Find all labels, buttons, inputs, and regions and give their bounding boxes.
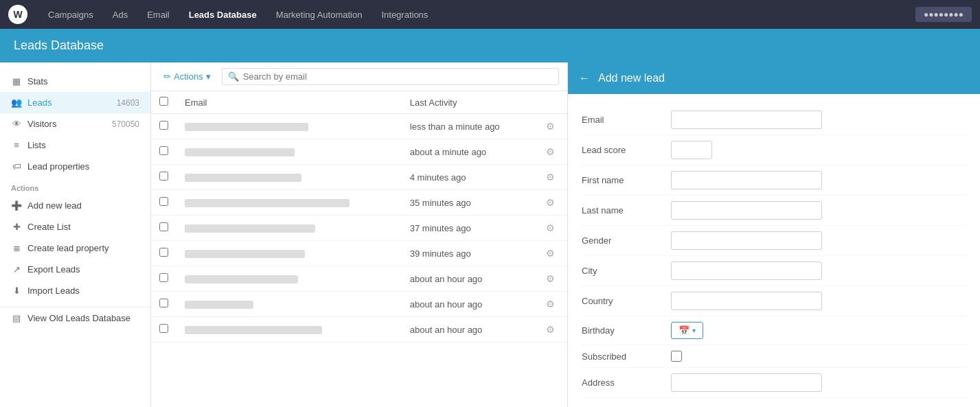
row-checkbox[interactable] [159,197,168,206]
form-input-email[interactable] [671,111,822,129]
sidebar-leads-label: Leads [27,97,52,108]
row-gear-button[interactable]: ⚙ [542,272,559,286]
table-row: about a minute ago ⚙ [151,139,567,165]
actions-button[interactable]: ✏ Actions ▾ [159,69,215,84]
sidebar-create-list-label: Create List [27,222,71,232]
pencil-icon: ✏ [163,71,171,82]
birthday-picker-button[interactable]: 📅 ▾ [671,322,703,339]
gear-cell: ⚙ [534,216,567,241]
search-input[interactable] [243,71,553,82]
form-label-country: Country [582,296,664,306]
export-icon: ↗ [11,264,22,275]
form-input-first_name[interactable] [671,171,822,189]
gear-cell: ⚙ [534,266,567,292]
form-input-last_name[interactable] [671,201,822,220]
sidebar-view-old-label: View Old Leads Database [27,313,130,323]
back-arrow-icon[interactable]: ← [579,72,590,84]
row-checkbox[interactable] [159,121,168,130]
nav-leads-database[interactable]: Leads Database [179,0,266,29]
sidebar-item-stats[interactable]: ▦ Stats [0,71,150,92]
form-row-gender: Gender [582,226,966,256]
blurred-email [185,326,322,334]
email-column-header: Email [176,91,402,114]
sidebar-item-add-new-lead[interactable]: ➕ Add new lead [0,195,150,216]
table-row: less than a minute ago ⚙ [151,114,567,139]
nav-marketing-automation[interactable]: Marketing Automation [266,0,372,29]
form-row-last_name: Last name [582,196,966,226]
bar-chart-icon: ▦ [11,76,22,86]
database-icon: ▤ [11,313,22,323]
visitors-count-badge: 570050 [112,119,139,129]
form-label-email: Email [582,115,664,125]
sidebar-item-leads[interactable]: 👥 Leads 14603 [0,92,150,113]
blurred-email [185,174,301,182]
add-lead-title: Add new lead [598,72,665,84]
email-cell [176,241,402,266]
people-icon: 👥 [11,97,22,108]
sidebar-item-create-list[interactable]: ✚ Create List [0,216,150,237]
nav-links: Campaigns Ads Email Leads Database Marke… [38,0,437,29]
add-lead-header: ← Add new lead [568,62,980,94]
sidebar-item-export-leads[interactable]: ↗ Export Leads [0,259,150,280]
blurred-email [185,224,315,233]
form-input-country[interactable] [671,292,822,310]
last-activity-cell: about an hour ago [402,292,534,317]
nav-email[interactable]: Email [137,0,179,29]
page-header: Leads Database [0,29,980,62]
add-lead-panel: ← Add new lead EmailLead scoreFirst name… [568,62,980,407]
blurred-email [185,123,308,131]
row-gear-button[interactable]: ⚙ [542,221,559,235]
sidebar-item-view-old[interactable]: ▤ View Old Leads Database [0,307,150,329]
last-activity-column-header: Last Activity [402,91,534,114]
sidebar-item-lists[interactable]: ≡ Lists [0,135,150,156]
user-area[interactable]: ●●●●●●●● [915,7,972,22]
row-checkbox-cell [151,190,176,216]
form-input-city[interactable] [671,261,822,280]
row-checkbox[interactable] [159,172,168,181]
table-row: about an hour ago ⚙ [151,317,567,342]
row-checkbox[interactable] [159,324,168,333]
form-row-address: Address [582,368,966,398]
gear-cell: ⚙ [534,292,567,317]
row-checkbox[interactable] [159,248,168,257]
sidebar-item-create-lead-property[interactable]: ≣ Create lead property [0,237,150,259]
gear-cell: ⚙ [534,190,567,216]
last-activity-cell: 39 minutes ago [402,241,534,266]
import-icon: ⬇ [11,286,22,296]
row-gear-button[interactable]: ⚙ [542,145,559,159]
sidebar-item-import-leads[interactable]: ⬇ Import Leads [0,280,150,301]
form-input-lead_score[interactable] [671,141,712,159]
last-activity-cell: less than a minute ago [402,114,534,139]
select-all-checkbox[interactable] [159,97,168,106]
row-gear-button[interactable]: ⚙ [542,119,559,133]
sidebar-item-lead-properties[interactable]: 🏷 Lead properties [0,156,150,177]
email-cell [176,139,402,165]
blurred-email [185,275,298,283]
form-label-city: City [582,266,664,276]
form-input-address[interactable] [671,373,822,392]
nav-campaigns[interactable]: Campaigns [38,0,103,29]
row-gear-button[interactable]: ⚙ [542,246,559,260]
row-checkbox-cell [151,317,176,342]
row-gear-button[interactable]: ⚙ [542,170,559,184]
table-row: 35 minutes ago ⚙ [151,190,567,216]
sidebar-add-new-lead-label: Add new lead [27,200,82,211]
sidebar-item-visitors[interactable]: 👁 Visitors 570050 [0,113,150,135]
blurred-email [185,148,295,156]
form-input-gender[interactable] [671,231,822,250]
sidebar-lists-label: Lists [27,140,46,150]
sidebar-visitors-label: Visitors [27,119,56,129]
gear-cell: ⚙ [534,139,567,165]
row-gear-button[interactable]: ⚙ [542,297,559,311]
row-gear-button[interactable]: ⚙ [542,323,559,336]
nav-ads[interactable]: Ads [103,0,137,29]
row-checkbox[interactable] [159,273,168,282]
row-checkbox-cell [151,216,176,241]
nav-integrations[interactable]: Integrations [372,0,437,29]
row-checkbox[interactable] [159,299,168,307]
email-cell [176,317,402,342]
row-gear-button[interactable]: ⚙ [542,196,559,209]
row-checkbox[interactable] [159,222,168,231]
row-checkbox[interactable] [159,146,168,155]
subscribed-checkbox[interactable] [671,351,682,362]
